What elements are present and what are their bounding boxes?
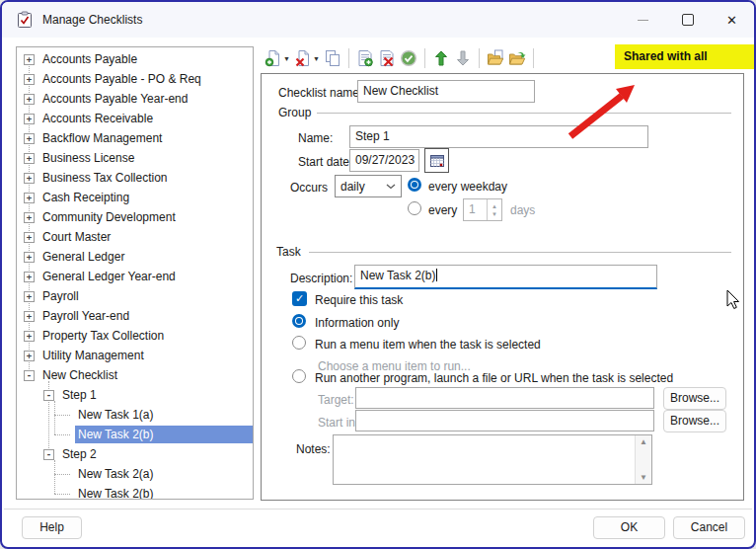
expand-icon[interactable]: + bbox=[24, 232, 35, 243]
export-checklist-button[interactable] bbox=[485, 46, 506, 70]
start-in-input[interactable] bbox=[355, 410, 654, 431]
days-stepper[interactable]: 1 ▲▼ bbox=[463, 198, 502, 221]
tree-item-label[interactable]: Accounts Receivable bbox=[39, 110, 156, 127]
tree-item[interactable]: +Backflow Management bbox=[17, 128, 253, 148]
date-picker-button[interactable] bbox=[424, 148, 449, 173]
information-only-radio[interactable] bbox=[292, 314, 306, 328]
expand-icon[interactable]: + bbox=[24, 311, 35, 322]
tree-item[interactable]: +Accounts Payable - PO & Req bbox=[17, 69, 253, 89]
tree-item[interactable]: -Step 2 bbox=[17, 444, 253, 464]
every-weekday-radio[interactable] bbox=[408, 178, 421, 192]
delete-checklist-button[interactable]: ▼ bbox=[292, 46, 322, 70]
expand-icon[interactable]: + bbox=[24, 173, 35, 184]
notes-textarea[interactable]: ▲ ▼ bbox=[333, 434, 652, 485]
start-date-input[interactable]: 09/27/2023 bbox=[349, 149, 419, 172]
expand-icon[interactable]: + bbox=[24, 74, 35, 85]
expand-icon[interactable]: + bbox=[24, 252, 35, 263]
tree-item-label[interactable]: New Task 2(a) bbox=[75, 465, 156, 483]
expand-icon[interactable]: + bbox=[24, 272, 35, 282]
run-menu-item-label[interactable]: Run a menu item when the task is selecte… bbox=[315, 337, 541, 353]
delete-task-button[interactable] bbox=[376, 46, 398, 70]
tree-item-label[interactable]: Backflow Management bbox=[39, 129, 165, 147]
copy-checklist-button[interactable] bbox=[322, 46, 343, 70]
collapse-icon[interactable]: - bbox=[43, 390, 54, 401]
expand-icon[interactable]: + bbox=[24, 133, 35, 144]
occurs-select[interactable]: daily bbox=[335, 175, 402, 197]
notes-scrollbar[interactable]: ▲ ▼ bbox=[635, 435, 651, 484]
tree-item[interactable]: +Business Tax Collection bbox=[17, 168, 253, 188]
collapse-icon[interactable]: - bbox=[24, 370, 35, 381]
tree-item-label[interactable]: Step 1 bbox=[59, 386, 100, 404]
require-task-label[interactable]: Require this task bbox=[315, 292, 403, 308]
tree-item[interactable]: +General Ledger bbox=[17, 247, 253, 267]
description-input[interactable]: New Task 2(b) bbox=[354, 265, 657, 289]
run-program-radio[interactable] bbox=[292, 369, 306, 383]
target-input[interactable] bbox=[355, 387, 654, 409]
expand-icon[interactable]: + bbox=[24, 114, 35, 124]
close-button[interactable]: ✕ bbox=[710, 2, 754, 38]
tree-item-label[interactable]: Accounts Payable - PO & Req bbox=[39, 70, 204, 88]
maximize-button[interactable] bbox=[665, 2, 710, 38]
run-menu-item-radio[interactable] bbox=[292, 336, 306, 350]
mark-complete-button[interactable] bbox=[398, 46, 419, 70]
tree-item[interactable]: New Task 1(a) bbox=[17, 405, 253, 425]
expand-icon[interactable]: + bbox=[24, 212, 35, 223]
tree-item-label[interactable]: New Task 2(b) bbox=[75, 485, 156, 500]
tree-item-label[interactable]: Accounts Payable Year-end bbox=[39, 90, 190, 108]
tree-item-label[interactable]: Community Development bbox=[39, 208, 179, 226]
tree-item-label[interactable]: Property Tax Collection bbox=[39, 327, 167, 345]
ok-button[interactable]: OK bbox=[593, 516, 665, 539]
tree-item[interactable]: +Payroll Year-end bbox=[17, 306, 253, 326]
require-task-checkbox[interactable]: ✓ bbox=[292, 291, 307, 306]
tree-item-label[interactable]: General Ledger bbox=[39, 248, 127, 266]
run-program-label[interactable]: Run another program, launch a file or UR… bbox=[315, 370, 673, 386]
tree-item-label[interactable]: Utility Management bbox=[39, 347, 147, 364]
tree-item[interactable]: +Cash Receipting bbox=[17, 188, 253, 207]
every-n-days-radio[interactable] bbox=[408, 201, 421, 215]
tree-item[interactable]: -New Checklist bbox=[17, 365, 253, 385]
tree-item[interactable]: +Accounts Payable Year-end bbox=[17, 89, 253, 109]
expand-icon[interactable]: + bbox=[24, 153, 35, 164]
add-task-button[interactable] bbox=[354, 46, 376, 70]
tree-item[interactable]: New Task 2(b) bbox=[17, 484, 253, 500]
tree-item[interactable]: +Accounts Payable bbox=[17, 49, 253, 69]
stepper-arrows-icon[interactable]: ▲▼ bbox=[487, 199, 501, 220]
tree-item[interactable]: +Accounts Receivable bbox=[17, 109, 253, 128]
expand-icon[interactable]: + bbox=[24, 193, 35, 203]
checklist-name-input[interactable]: New Checklist bbox=[357, 80, 535, 103]
expand-icon[interactable]: + bbox=[24, 54, 35, 65]
tree-item-label[interactable]: New Checklist bbox=[39, 366, 120, 384]
tree-item-label[interactable]: Business Tax Collection bbox=[39, 169, 171, 187]
minimize-button[interactable] bbox=[621, 2, 665, 38]
scroll-down-icon[interactable]: ▼ bbox=[636, 473, 651, 482]
tree-item[interactable]: +Property Tax Collection bbox=[17, 326, 253, 346]
tree-item-label[interactable]: General Ledger Year-end bbox=[39, 268, 179, 285]
tree-item[interactable]: New Task 2(b) bbox=[17, 425, 253, 444]
target-browse-button[interactable]: Browse... bbox=[663, 387, 726, 410]
expand-icon[interactable]: + bbox=[24, 94, 35, 105]
move-up-button[interactable] bbox=[430, 46, 452, 70]
tree-item-label[interactable]: New Task 1(a) bbox=[75, 406, 156, 424]
tree-item-label[interactable]: Payroll Year-end bbox=[39, 307, 132, 325]
group-name-input[interactable]: Step 1 bbox=[349, 125, 648, 148]
cancel-button[interactable]: Cancel bbox=[673, 516, 745, 539]
expand-icon[interactable]: + bbox=[24, 291, 35, 302]
scroll-up-icon[interactable]: ▲ bbox=[636, 437, 651, 446]
tree-item[interactable]: +General Ledger Year-end bbox=[17, 267, 253, 286]
every-weekday-label[interactable]: every weekday bbox=[428, 179, 507, 195]
help-button[interactable]: Help bbox=[22, 516, 82, 539]
expand-icon[interactable]: + bbox=[24, 351, 35, 361]
move-down-button[interactable] bbox=[452, 46, 474, 70]
import-checklist-button[interactable] bbox=[506, 46, 528, 70]
tree-item-label[interactable]: Cash Receipting bbox=[39, 189, 132, 206]
expand-icon[interactable]: + bbox=[24, 331, 35, 342]
collapse-icon[interactable]: - bbox=[43, 449, 54, 460]
tree-item-label[interactable]: New Task 2(b) bbox=[75, 426, 253, 443]
new-checklist-button[interactable]: ▼ bbox=[263, 46, 292, 70]
tree-item[interactable]: +Court Master bbox=[17, 227, 253, 247]
shared-with-all-users-button[interactable]: Shared with all users... bbox=[615, 44, 754, 69]
tree-item[interactable]: +Business License bbox=[17, 148, 253, 168]
tree-item[interactable]: +Payroll bbox=[17, 286, 253, 306]
tree-item-label[interactable]: Court Master bbox=[39, 228, 113, 246]
tree-item-label[interactable]: Business License bbox=[39, 149, 137, 167]
